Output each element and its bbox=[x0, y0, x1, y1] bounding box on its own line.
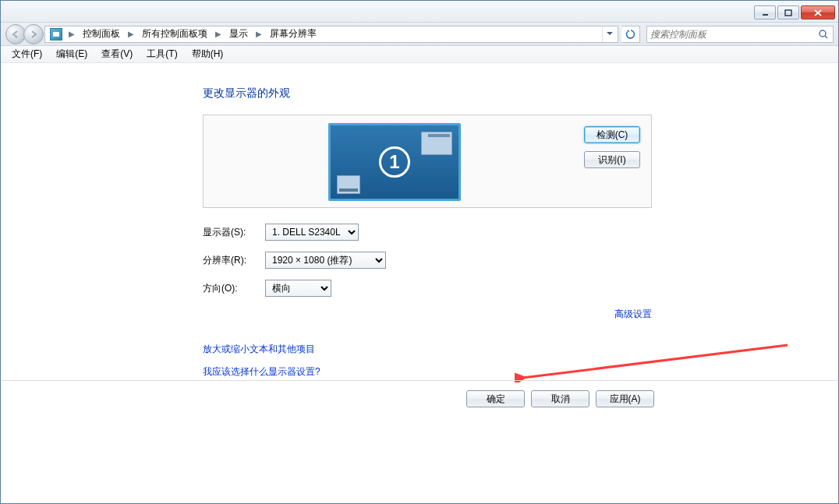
breadcrumb-item[interactable]: 控制面板 bbox=[78, 26, 125, 42]
zoom-text-link[interactable]: 放大或缩小文本和其他项目 bbox=[203, 344, 315, 354]
minimize-button[interactable] bbox=[754, 5, 776, 19]
ok-button[interactable]: 确定 bbox=[466, 390, 525, 407]
chevron-right-icon: ▶ bbox=[253, 30, 265, 38]
menu-help[interactable]: 帮助(H) bbox=[186, 46, 230, 62]
page-title: 更改显示器的外观 bbox=[203, 86, 652, 100]
close-button[interactable] bbox=[801, 5, 835, 19]
orientation-select[interactable]: 横向 bbox=[265, 280, 331, 297]
svg-point-4 bbox=[820, 30, 826, 37]
menu-view[interactable]: 查看(V) bbox=[95, 46, 139, 62]
chevron-right-icon: ▶ bbox=[125, 30, 137, 38]
identify-button[interactable]: 识别(I) bbox=[584, 151, 640, 168]
search-input[interactable] bbox=[650, 29, 817, 40]
menu-edit[interactable]: 编辑(E) bbox=[50, 46, 94, 62]
maximize-button[interactable] bbox=[777, 5, 799, 19]
orientation-label: 方向(O): bbox=[203, 282, 265, 295]
preview-window-icon bbox=[421, 132, 452, 155]
breadcrumb-item[interactable]: 屏幕分辨率 bbox=[265, 26, 321, 42]
monitor-1[interactable]: 1 bbox=[328, 123, 461, 201]
preview-taskbar-icon bbox=[337, 175, 360, 194]
menu-file[interactable]: 文件(F) bbox=[5, 46, 48, 62]
footer: 确定 取消 应用(A) bbox=[2, 380, 837, 417]
display-label: 显示器(S): bbox=[203, 226, 265, 239]
menu-tools[interactable]: 工具(T) bbox=[140, 46, 183, 62]
svg-line-5 bbox=[825, 36, 827, 38]
monitor-number-badge: 1 bbox=[379, 146, 410, 178]
breadcrumb-dropdown[interactable] bbox=[602, 26, 616, 42]
display-preview[interactable]: 1 检测(C) 识别(I) bbox=[203, 115, 652, 208]
address-bar: ▶ 控制面板 ▶ 所有控制面板项 ▶ 显示 ▶ 屏幕分辨率 bbox=[1, 23, 838, 46]
detect-button[interactable]: 检测(C) bbox=[584, 126, 640, 143]
titlebar bbox=[1, 1, 838, 23]
which-settings-link[interactable]: 我应该选择什么显示器设置? bbox=[203, 366, 320, 377]
chevron-right-icon: ▶ bbox=[212, 30, 225, 38]
cancel-button[interactable]: 取消 bbox=[531, 390, 589, 407]
menubar: 文件(F) 编辑(E) 查看(V) 工具(T) 帮助(H) bbox=[1, 46, 838, 63]
resolution-select[interactable]: 1920 × 1080 (推荐) bbox=[265, 252, 386, 269]
refresh-button[interactable] bbox=[621, 26, 640, 43]
search-icon[interactable] bbox=[817, 28, 830, 41]
breadcrumb[interactable]: ▶ 控制面板 ▶ 所有控制面板项 ▶ 显示 ▶ 屏幕分辨率 bbox=[44, 26, 618, 43]
forward-button[interactable] bbox=[23, 24, 44, 44]
apply-button[interactable]: 应用(A) bbox=[596, 390, 654, 407]
display-select[interactable]: 1. DELL S2340L bbox=[265, 224, 359, 241]
chevron-right-icon: ▶ bbox=[65, 30, 78, 38]
svg-rect-1 bbox=[785, 10, 791, 16]
breadcrumb-item[interactable]: 所有控制面板项 bbox=[137, 26, 212, 42]
resolution-label: 分辨率(R): bbox=[203, 254, 265, 267]
breadcrumb-item[interactable]: 显示 bbox=[225, 26, 253, 42]
advanced-settings-link[interactable]: 高级设置 bbox=[614, 308, 652, 319]
control-panel-icon bbox=[50, 28, 62, 41]
